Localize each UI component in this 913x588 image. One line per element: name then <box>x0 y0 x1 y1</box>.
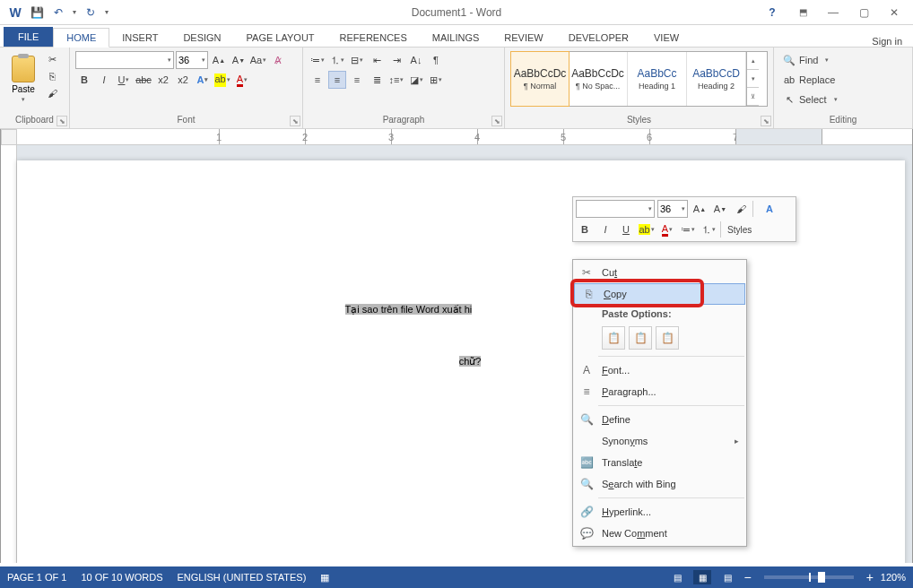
save-icon[interactable]: 💾 <box>27 3 47 22</box>
increase-indent-icon[interactable]: ⇥ <box>387 51 405 69</box>
style-no-spacing[interactable]: AaBbCcDc ¶ No Spac... <box>569 52 628 106</box>
ctx-new-comment[interactable]: 💬 New Comment <box>573 523 746 544</box>
select-button[interactable]: ↖Select▾ <box>779 91 907 108</box>
minimize-icon[interactable]: — <box>822 4 845 22</box>
subscript-button[interactable]: x2 <box>154 71 172 89</box>
status-macro-icon[interactable]: ▦ <box>320 572 329 584</box>
font-family-combo[interactable]: ▾ <box>75 51 174 69</box>
styles-gallery[interactable]: AaBbCcDc ¶ Normal AaBbCcDc ¶ No Spac... … <box>510 51 768 107</box>
bold-button[interactable]: B <box>75 71 93 89</box>
ctx-font[interactable]: A Font... <box>573 359 746 381</box>
zoom-level[interactable]: 120% <box>881 572 906 583</box>
sign-in-link[interactable]: Sign in <box>872 36 913 47</box>
tab-references[interactable]: REFERENCES <box>327 29 420 47</box>
style-heading-2[interactable]: AaBbCcD Heading 2 <box>687 52 746 106</box>
ctx-copy[interactable]: ⎘ Copy <box>574 283 745 305</box>
tab-design[interactable]: DESIGN <box>170 29 233 47</box>
superscript-button[interactable]: x2 <box>174 71 192 89</box>
mini-font-color-icon[interactable]: A▾ <box>658 220 676 238</box>
font-launcher-icon[interactable]: ⬊ <box>290 116 300 126</box>
mini-font-family[interactable]: ▾ <box>576 200 655 218</box>
sort-icon[interactable]: A↓ <box>407 51 425 69</box>
ctx-define[interactable]: 🔍 Define <box>573 409 746 430</box>
grow-font-icon[interactable]: A▲ <box>210 51 228 69</box>
qat-customize-icon[interactable]: ▾ <box>102 3 111 22</box>
mini-italic-button[interactable]: I <box>596 220 614 238</box>
zoom-in-icon[interactable]: + <box>866 570 874 584</box>
shrink-font-icon[interactable]: A▼ <box>230 51 248 69</box>
tab-developer[interactable]: DEVELOPER <box>556 29 641 47</box>
view-print-icon[interactable]: ▦ <box>693 570 711 584</box>
numbering-icon[interactable]: ⒈▾ <box>328 51 346 69</box>
underline-button[interactable]: U▾ <box>115 71 133 89</box>
italic-button[interactable]: I <box>95 71 113 89</box>
styles-launcher-icon[interactable]: ⬊ <box>761 116 771 126</box>
zoom-out-icon[interactable]: − <box>743 570 751 584</box>
font-color-icon[interactable]: A▾ <box>233 71 251 89</box>
mini-bold-button[interactable]: B <box>576 220 594 238</box>
view-read-icon[interactable]: ▤ <box>668 570 686 584</box>
copy-icon[interactable]: ⎘ <box>43 68 61 84</box>
show-marks-icon[interactable]: ¶ <box>427 51 445 69</box>
highlight-icon[interactable]: ab▾ <box>213 71 231 89</box>
strikethrough-button[interactable]: abc <box>135 71 152 89</box>
style-heading-1[interactable]: AaBbCc Heading 1 <box>628 52 687 106</box>
vertical-ruler[interactable] <box>1 145 17 563</box>
horizontal-ruler[interactable]: 1 2 3 4 5 6 7 <box>17 129 912 145</box>
paste-keep-source-icon[interactable]: 📋 <box>602 326 625 350</box>
style-normal[interactable]: AaBbCcDc ¶ Normal <box>510 51 570 107</box>
cut-icon[interactable]: ✂ <box>43 51 61 67</box>
undo-dropdown-icon[interactable]: ▾ <box>70 3 79 22</box>
mini-styles-label[interactable]: Styles <box>724 225 755 235</box>
ctx-search-bing[interactable]: 🔍 Search with Bing <box>573 473 746 495</box>
maximize-icon[interactable]: ▢ <box>852 4 875 22</box>
mini-format-painter-icon[interactable]: 🖌 <box>732 200 750 218</box>
redo-icon[interactable]: ↻ <box>81 3 100 22</box>
ribbon-options-icon[interactable]: ⬒ <box>791 4 814 22</box>
mini-bullets-icon[interactable]: ≔▾ <box>679 220 697 238</box>
text-effects-icon[interactable]: A▾ <box>194 71 212 89</box>
tab-home[interactable]: HOME <box>53 28 109 48</box>
replace-button[interactable]: abReplace <box>779 71 907 89</box>
status-page[interactable]: PAGE 1 OF 1 <box>7 572 66 583</box>
ruler-corner[interactable] <box>1 129 17 145</box>
align-right-icon[interactable]: ≡ <box>348 71 366 89</box>
tab-view[interactable]: VIEW <box>641 29 691 47</box>
mini-shrink-font-icon[interactable]: A▼ <box>711 200 729 218</box>
tab-insert[interactable]: INSERT <box>109 29 170 47</box>
format-painter-icon[interactable]: 🖌 <box>43 85 61 101</box>
mini-grow-font-icon[interactable]: A▲ <box>691 200 709 218</box>
tab-mailings[interactable]: MAILINGS <box>420 29 492 47</box>
multilevel-list-icon[interactable]: ⊟▾ <box>348 51 366 69</box>
zoom-slider[interactable] <box>764 575 854 579</box>
line-spacing-icon[interactable]: ↕≡▾ <box>387 71 405 89</box>
styles-scroll[interactable]: ▴▾⊻ <box>746 52 759 106</box>
view-web-icon[interactable]: ▤ <box>718 570 736 584</box>
borders-icon[interactable]: ⊞▾ <box>427 71 445 89</box>
ctx-hyperlink[interactable]: 🔗 Hyperlink... <box>573 501 746 523</box>
tab-file[interactable]: FILE <box>4 27 53 47</box>
status-language[interactable]: ENGLISH (UNITED STATES) <box>178 572 307 583</box>
align-center-icon[interactable]: ≡ <box>328 71 346 89</box>
ctx-paragraph[interactable]: ≡ Paragraph... <box>573 381 746 402</box>
tab-review[interactable]: REVIEW <box>491 29 555 47</box>
ctx-synonyms[interactable]: Synonyms <box>573 430 746 452</box>
align-left-icon[interactable]: ≡ <box>309 71 326 89</box>
paragraph-launcher-icon[interactable]: ⬊ <box>491 116 502 126</box>
shading-icon[interactable]: ◪▾ <box>407 71 425 89</box>
mini-font-size[interactable]: 36▾ <box>657 200 688 218</box>
paste-text-only-icon[interactable]: 📋 <box>656 326 679 350</box>
paste-merge-icon[interactable]: 📋 <box>629 326 652 350</box>
mini-highlight-icon[interactable]: ab▾ <box>638 220 656 238</box>
ctx-cut[interactable]: ✂ Cut <box>573 262 746 283</box>
bullets-icon[interactable]: ≔▾ <box>309 51 326 69</box>
change-case-icon[interactable]: Aa▾ <box>249 51 267 69</box>
mini-numbering-icon[interactable]: ⒈▾ <box>700 220 717 238</box>
mini-styles-icon[interactable]: A <box>756 200 783 218</box>
find-button[interactable]: 🔍Find▾ <box>779 51 907 69</box>
undo-icon[interactable]: ↶ <box>48 3 68 22</box>
help-icon[interactable]: ? <box>761 4 784 22</box>
word-icon[interactable]: W <box>5 3 25 22</box>
tab-page-layout[interactable]: PAGE LAYOUT <box>234 29 327 47</box>
status-words[interactable]: 10 OF 10 WORDS <box>81 572 162 583</box>
